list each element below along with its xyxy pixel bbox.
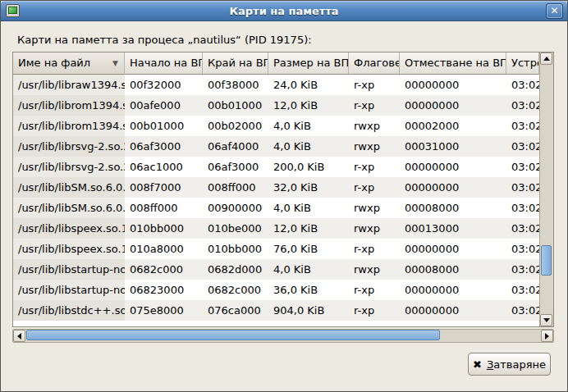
cell-vm_offset: 00000000 — [400, 157, 506, 177]
cell-vm_start: 008ff000 — [125, 198, 203, 218]
cell-device: 03:02 — [506, 75, 539, 95]
cell-vm_start: 06af3000 — [125, 136, 203, 157]
column-header-label: Край на ВП — [208, 57, 268, 69]
cell-vm_start: 06ac1000 — [125, 157, 203, 177]
close-dialog-button[interactable]: ✖ Затваряне — [468, 353, 551, 376]
cell-vm_offset: 00000000 — [400, 239, 506, 259]
cell-vm_end: 06af3000 — [203, 157, 268, 177]
cell-vm_start: 00afe000 — [125, 95, 203, 116]
horizontal-scrollbar[interactable] — [12, 329, 554, 343]
column-header-vm_start[interactable]: Начало на ВП — [125, 52, 203, 75]
system-monitor-icon — [6, 4, 20, 17]
titlebar[interactable]: Карти на паметта ✕ — [1, 1, 567, 21]
column-header-flags[interactable]: Флагове — [349, 52, 400, 75]
cell-flags: r-xp — [349, 239, 400, 259]
table-row[interactable]: /usr/lib/libspeex.so.1010bb000010be00012… — [13, 218, 539, 239]
table-row[interactable]: /usr/lib/libstartup-not0682c0000682d0004… — [13, 259, 539, 280]
cell-flags: rwxp — [349, 218, 400, 239]
cell-filename: /usr/lib/libSM.so.6.0.0 — [13, 198, 125, 218]
cell-vm_size: 904,0 KiB — [268, 300, 349, 321]
cell-device: 03:02 — [506, 239, 539, 259]
cell-filename: /usr/lib/libspeex.so.1 — [13, 239, 125, 259]
column-header-label: Размер на ВП — [273, 57, 349, 69]
cell-vm_offset: 00000000 — [400, 95, 506, 116]
cell-filename: /usr/lib/libspeex.so.1 — [13, 218, 125, 239]
arrow-down-icon — [543, 318, 550, 322]
memory-maps-table: Име на файл▼Начало на ВПКрай на ВПРазмер… — [12, 52, 554, 327]
cell-flags: rwxp — [349, 198, 400, 218]
cell-device: 03:02 — [506, 95, 539, 116]
cell-filename: /usr/lib/libstartup-not — [13, 259, 125, 280]
cell-vm_end: 06af4000 — [203, 136, 268, 157]
cell-vm_size: 4,0 KiB — [268, 259, 349, 280]
cell-vm_end: 00900000 — [203, 198, 268, 218]
cell-vm_offset: 00000000 — [400, 75, 506, 95]
cell-vm_size: 4,0 KiB — [268, 198, 349, 218]
cell-vm_size: 12,0 KiB — [268, 218, 349, 239]
cell-vm_end: 00b01000 — [203, 95, 268, 116]
table-row[interactable]: /usr/lib/librsvg-2.so.206af300006af40004… — [13, 136, 539, 157]
table-row[interactable]: /usr/lib/libspeex.so.1010a8000010bb00076… — [13, 239, 539, 259]
cell-vm_start: 00b01000 — [125, 116, 203, 136]
column-header-filename[interactable]: Име на файл▼ — [13, 52, 125, 75]
cell-vm_start: 0682c000 — [125, 259, 203, 280]
cell-flags: rwxp — [349, 116, 400, 136]
cell-vm_offset: 00000000 — [400, 177, 506, 198]
table-row[interactable]: /usr/lib/libstdc++.so.075e8000076ca00090… — [13, 300, 539, 321]
vertical-scrollbar[interactable] — [539, 52, 553, 326]
cell-vm_size: 24,0 KiB — [268, 75, 349, 95]
cell-vm_end: 0682d000 — [203, 259, 268, 280]
table-row[interactable]: /usr/lib/librsvg-2.so.206ac100006af30002… — [13, 157, 539, 177]
cell-flags: r-xp — [349, 95, 400, 116]
sort-descending-icon: ▼ — [112, 52, 118, 75]
table-row[interactable]: /usr/lib/libstartup-not068230000682c0003… — [13, 280, 539, 300]
cell-flags: r-xp — [349, 300, 400, 321]
table-row[interactable]: /usr/lib/librom1394.so00b0100000b020004,… — [13, 116, 539, 136]
table-row[interactable]: /usr/lib/libSM.so.6.0.0008f7000008ff0003… — [13, 177, 539, 198]
cell-flags: r-xp — [349, 280, 400, 300]
table-row[interactable]: /usr/lib/libSM.so.6.0.0008ff000009000004… — [13, 198, 539, 218]
vertical-scrollbar-thumb[interactable] — [541, 245, 552, 276]
cell-vm_offset: 00031000 — [400, 136, 506, 157]
cell-vm_size: 200,0 KiB — [268, 157, 349, 177]
scroll-up-button[interactable] — [540, 52, 552, 65]
cell-vm_start: 010bb000 — [125, 218, 203, 239]
cell-filename: /usr/lib/librom1394.so — [13, 116, 125, 136]
cell-flags: rwxp — [349, 136, 400, 157]
table-header-row: Име на файл▼Начало на ВПКрай на ВПРазмер… — [13, 52, 539, 75]
column-header-vm_offset[interactable]: Отместване на ВП — [400, 52, 506, 75]
cell-vm_size: 4,0 KiB — [268, 136, 349, 157]
cell-device: 03:02 — [506, 259, 539, 280]
scroll-left-button[interactable] — [13, 330, 25, 342]
cell-vm_size: 76,0 KiB — [268, 239, 349, 259]
cell-vm_size: 4,0 KiB — [268, 116, 349, 136]
cell-vm_end: 010be000 — [203, 218, 268, 239]
cell-vm_end: 0682c000 — [203, 280, 268, 300]
column-header-vm_end[interactable]: Край на ВП — [203, 52, 268, 75]
cell-vm_offset: 00008000 — [400, 259, 506, 280]
cell-vm_end: 008ff000 — [203, 177, 268, 198]
column-header-vm_size[interactable]: Размер на ВП — [268, 52, 349, 75]
cell-device: 03:02 — [506, 280, 539, 300]
table-body: /usr/lib/libraw1394.so00f3200000f3800024… — [13, 75, 539, 326]
cell-device: 03:02 — [506, 116, 539, 136]
column-header-device[interactable]: Устрой — [506, 52, 539, 75]
column-header-label: Отместване на ВП — [405, 57, 506, 69]
scroll-right-button[interactable] — [541, 330, 553, 342]
cell-vm_offset: 00008000 — [400, 198, 506, 218]
close-button-x-icon: ✖ — [473, 358, 482, 371]
table-row[interactable]: /usr/lib/libraw1394.so00f3200000f3800024… — [13, 75, 539, 95]
table-row[interactable]: /usr/lib/librom1394.so00afe00000b0100012… — [13, 95, 539, 116]
cell-vm_start: 06823000 — [125, 280, 203, 300]
cell-vm_start: 008f7000 — [125, 177, 203, 198]
cell-vm_start: 00f32000 — [125, 75, 203, 95]
scroll-down-button[interactable] — [540, 314, 552, 326]
cell-vm_end: 010bb000 — [203, 239, 268, 259]
window-close-button[interactable]: ✕ — [546, 3, 563, 19]
cell-device: 03:02 — [506, 136, 539, 157]
horizontal-scrollbar-thumb[interactable] — [26, 330, 440, 340]
cell-vm_offset: 00000000 — [400, 280, 506, 300]
cell-vm_end: 00f38000 — [203, 75, 268, 95]
cell-filename: /usr/lib/libstartup-not — [13, 280, 125, 300]
arrow-left-icon — [17, 333, 21, 340]
